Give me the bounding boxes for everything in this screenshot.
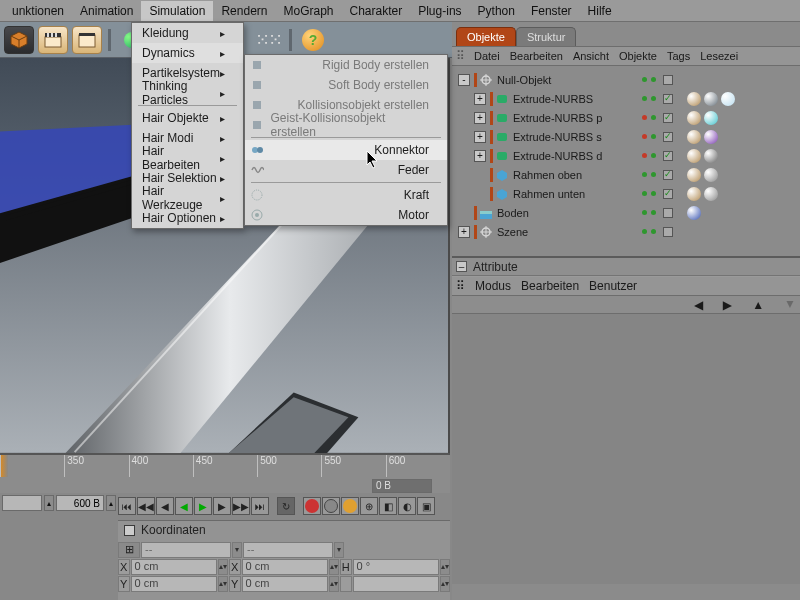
coord-value[interactable]: 0 cm bbox=[131, 576, 217, 592]
tree-expander[interactable]: - bbox=[458, 74, 470, 86]
key-pos-button[interactable]: ⊕ bbox=[360, 497, 378, 515]
play-backward-button[interactable]: ◀ bbox=[175, 497, 193, 515]
menu-item-hair-objekte[interactable]: Hair Objekte▸ bbox=[132, 108, 243, 128]
timeline-ruler[interactable]: 350400450500550600 bbox=[0, 455, 450, 477]
coord-value[interactable]: 0 cm bbox=[242, 576, 328, 592]
visibility-dot[interactable] bbox=[651, 96, 656, 101]
tab-objekte[interactable]: Objekte bbox=[456, 27, 516, 46]
attr-nav-back[interactable]: ◀ bbox=[694, 298, 703, 312]
menubar-item-animation[interactable]: Animation bbox=[72, 1, 141, 21]
step-forward-button[interactable]: ▶ bbox=[213, 497, 231, 515]
coord-spinner[interactable]: ▴▾ bbox=[218, 576, 228, 592]
goto-start-button[interactable]: ⏮ bbox=[118, 497, 136, 515]
end-frame-input[interactable] bbox=[56, 495, 104, 511]
material-tag-icon[interactable] bbox=[704, 130, 718, 144]
key-param-button[interactable]: ▣ bbox=[417, 497, 435, 515]
om-menu-ansicht[interactable]: Ansicht bbox=[573, 50, 609, 62]
coord-value[interactable] bbox=[353, 576, 439, 592]
simulation-menu[interactable]: Kleidung▸Dynamics▸Partikelsystem▸Thinkin… bbox=[131, 22, 244, 229]
material-tag-icon[interactable] bbox=[687, 111, 701, 125]
coord-value[interactable]: 0 cm bbox=[131, 559, 217, 575]
enable-checkbox[interactable]: ✓ bbox=[663, 151, 673, 161]
visibility-dot[interactable] bbox=[651, 153, 656, 158]
om-menu-bearbeiten[interactable]: Bearbeiten bbox=[510, 50, 563, 62]
menubar-item-charakter[interactable]: Charakter bbox=[342, 1, 411, 21]
help-icon[interactable]: ? bbox=[298, 26, 328, 54]
enable-checkbox[interactable]: ✓ bbox=[663, 170, 673, 180]
dynamics-submenu[interactable]: Rigid Body erstellenSoft Body erstellenK… bbox=[244, 54, 448, 226]
render-clapboard-icon[interactable] bbox=[38, 26, 68, 54]
menu-item-dynamics[interactable]: Dynamics▸ bbox=[132, 43, 243, 63]
attr-expander[interactable]: – bbox=[456, 261, 467, 272]
material-tag-icon[interactable] bbox=[687, 187, 701, 201]
attr-menu-bearbeiten[interactable]: Bearbeiten bbox=[521, 279, 579, 293]
panel-grip-icon[interactable]: ⠿ bbox=[456, 49, 464, 63]
primitive-cube-icon[interactable] bbox=[4, 26, 34, 54]
menubar-item-mograph[interactable]: MoGraph bbox=[275, 1, 341, 21]
tree-expander[interactable]: + bbox=[474, 93, 486, 105]
autokey-button[interactable] bbox=[322, 497, 340, 515]
visibility-dot[interactable] bbox=[651, 115, 656, 120]
tree-expander[interactable]: + bbox=[458, 226, 470, 238]
material-tag-icon[interactable] bbox=[721, 92, 735, 106]
step-forward-key-button[interactable]: ▶▶ bbox=[232, 497, 250, 515]
menu-item-konnektor[interactable]: Konnektor bbox=[245, 140, 447, 160]
menubar-item-simulation[interactable]: Simulation bbox=[141, 1, 213, 21]
panel-grip-icon[interactable]: ⠿ bbox=[456, 279, 465, 293]
visibility-dot[interactable] bbox=[651, 210, 656, 215]
timeline[interactable]: 350400450500550600 0 B bbox=[0, 453, 450, 493]
menu-item-hair-optionen[interactable]: Hair Optionen▸ bbox=[132, 208, 243, 228]
tree-expander[interactable]: + bbox=[474, 150, 486, 162]
material-tag-icon[interactable] bbox=[704, 187, 718, 201]
tree-expander[interactable]: + bbox=[474, 131, 486, 143]
visibility-dot[interactable] bbox=[642, 153, 647, 158]
menu-item-hair-werkzeuge[interactable]: Hair Werkzeuge▸ bbox=[132, 188, 243, 208]
coords-checkbox[interactable] bbox=[124, 525, 135, 536]
enable-checkbox[interactable] bbox=[663, 75, 673, 85]
tab-struktur[interactable]: Struktur bbox=[516, 27, 577, 46]
menubar-item-plug-ins[interactable]: Plug-ins bbox=[410, 1, 469, 21]
om-menu-lesezei[interactable]: Lesezei bbox=[700, 50, 738, 62]
attr-menu-benutzer[interactable]: Benutzer bbox=[589, 279, 637, 293]
material-tag-icon[interactable] bbox=[687, 130, 701, 144]
start-frame-input[interactable] bbox=[2, 495, 42, 511]
visibility-dot[interactable] bbox=[642, 96, 647, 101]
loop-button[interactable]: ↻ bbox=[277, 497, 295, 515]
attr-nav-fwd[interactable]: ◀ bbox=[723, 298, 732, 312]
material-tag-icon[interactable] bbox=[704, 149, 718, 163]
material-tag-icon[interactable] bbox=[687, 92, 701, 106]
enable-checkbox[interactable] bbox=[663, 227, 673, 237]
om-menu-datei[interactable]: Datei bbox=[474, 50, 500, 62]
menubar-item-rendern[interactable]: Rendern bbox=[213, 1, 275, 21]
menu-item-kraft[interactable]: Kraft bbox=[245, 185, 447, 205]
enable-checkbox[interactable] bbox=[663, 208, 673, 218]
menu-item-hair-bearbeiten[interactable]: Hair Bearbeiten▸ bbox=[132, 148, 243, 168]
material-tag-icon[interactable] bbox=[687, 168, 701, 182]
record-key-button[interactable] bbox=[303, 497, 321, 515]
object-tree[interactable]: - Null-Objekt+ Extrude-NURBS+ Extrude-NU… bbox=[452, 66, 800, 258]
menu-item-feder[interactable]: Feder bbox=[245, 160, 447, 180]
coord-value[interactable]: 0 cm bbox=[242, 559, 328, 575]
visibility-dot[interactable] bbox=[651, 191, 656, 196]
material-tag-icon[interactable] bbox=[704, 92, 718, 106]
attr-nav-up[interactable]: ▲ bbox=[752, 298, 764, 312]
menubar-item-fenster[interactable]: Fenster bbox=[523, 1, 580, 21]
menu-item-thinking-particles[interactable]: Thinking Particles▸ bbox=[132, 83, 243, 103]
coord-spinner[interactable]: ▾ bbox=[232, 542, 242, 558]
material-tag-icon[interactable] bbox=[687, 149, 701, 163]
material-tag-icon[interactable] bbox=[704, 168, 718, 182]
visibility-dot[interactable] bbox=[642, 77, 647, 82]
visibility-dot[interactable] bbox=[651, 172, 656, 177]
enable-checkbox[interactable]: ✓ bbox=[663, 132, 673, 142]
visibility-dot[interactable] bbox=[642, 210, 647, 215]
visibility-dot[interactable] bbox=[651, 134, 656, 139]
goto-end-button[interactable]: ⏭ bbox=[251, 497, 269, 515]
visibility-dot[interactable] bbox=[651, 229, 656, 234]
key-rot-button[interactable]: ◐ bbox=[398, 497, 416, 515]
visibility-dot[interactable] bbox=[642, 134, 647, 139]
attr-menu-modus[interactable]: Modus bbox=[475, 279, 511, 293]
visibility-dot[interactable] bbox=[642, 115, 647, 120]
key-mode-icon[interactable] bbox=[341, 497, 359, 515]
menubar-item-unktionen[interactable]: unktionen bbox=[4, 1, 72, 21]
visibility-dot[interactable] bbox=[642, 191, 647, 196]
